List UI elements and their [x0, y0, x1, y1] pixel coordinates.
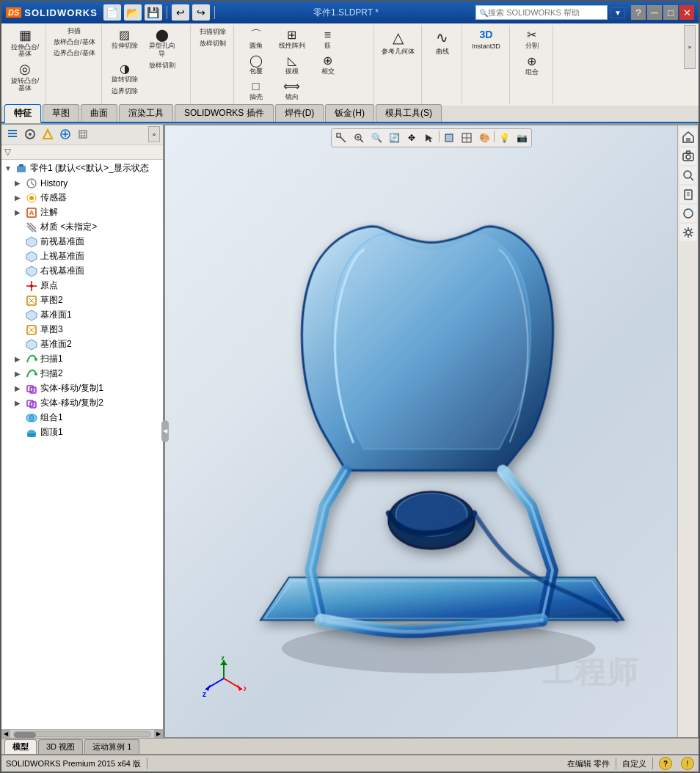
fillet-btn[interactable]: ⌒ 圆角 — [238, 26, 274, 51]
svg-text:x: x — [244, 684, 246, 692]
search-icon: 🔍 — [479, 9, 488, 17]
tree-item-history[interactable]: ▶ History — [1, 176, 163, 191]
tree-item-combine1[interactable]: 组合1 — [1, 411, 163, 425]
new-btn[interactable]: 📄 — [103, 4, 121, 21]
extrude-cut-btn[interactable]: ▨ 拉伸切除 — [106, 26, 143, 59]
view-zoom-btn[interactable] — [679, 166, 697, 184]
svg-point-17 — [29, 196, 34, 200]
feature-tab-bar: 特征 草图 曲面 渲染工具 SOLIDWORKS 插件 焊件(D) 钣金(H) … — [1, 106, 699, 123]
split-btn[interactable]: ✂ 分割 — [514, 26, 550, 51]
combine-btn[interactable]: ⊕ 组合 — [514, 53, 550, 78]
draft-btn[interactable]: ◺ 拔模 — [274, 52, 310, 77]
close-btn[interactable]: ✕ — [679, 5, 694, 20]
svg-rect-41 — [30, 387, 36, 393]
tree-item-front-plane[interactable]: 前视基准面 — [1, 235, 163, 249]
tree-item-sketch2[interactable]: 草图2 — [1, 293, 163, 308]
instant3d-btn[interactable]: 3D Instant3D — [467, 26, 506, 67]
loft-cut-btn[interactable]: 放样切割 — [144, 60, 181, 85]
minimize-btn[interactable]: ─ — [647, 5, 662, 20]
scroll-left-btn[interactable]: ◀ — [1, 730, 10, 739]
tab-sketch[interactable]: 草图 — [43, 104, 79, 122]
panel-icon4-btn[interactable] — [57, 126, 73, 142]
tree-item-annotation[interactable]: ▶ A 注解 — [1, 205, 163, 220]
expand-top-plane-icon — [15, 252, 25, 260]
panel-icon1-btn[interactable] — [4, 126, 21, 142]
loft-cut2-btn[interactable]: 放样切制 — [195, 38, 230, 49]
tab-model[interactable]: 模型 — [4, 739, 37, 754]
boundary-btn[interactable]: 边界凸台/基体 — [51, 48, 98, 59]
3d-viewport[interactable]: 🔍 🔄 ✥ 🎨 💡 📷 — [164, 125, 699, 738]
scroll-right-btn[interactable]: ▶ — [154, 730, 163, 739]
bottom-tab-bar: 模型 3D 视图 运动算例 1 — [1, 738, 699, 754]
tree-item-right-plane[interactable]: 右视基准面 — [1, 264, 163, 279]
revolve-boss-btn[interactable]: ◎ 旋转凸台/基体 — [7, 60, 43, 93]
svg-rect-0 — [8, 130, 17, 131]
view-home-btn[interactable] — [679, 128, 697, 146]
tab-motion[interactable]: 运动算例 1 — [84, 739, 139, 754]
tab-3d-view[interactable]: 3D 视图 — [38, 739, 83, 754]
tab-weldment[interactable]: 焊件(D) — [275, 104, 324, 122]
tree-item-origin[interactable]: 原点 — [1, 279, 163, 293]
linear-pattern-btn[interactable]: ⊞ 线性阵列 — [274, 26, 310, 51]
sweep-cut-btn[interactable]: 扫描切除 — [195, 26, 230, 37]
mirror-btn[interactable]: ⟺ 镜向 — [274, 78, 310, 103]
panel-scrollbar[interactable]: ◀ ▶ — [1, 729, 163, 738]
tree-item-plane2[interactable]: 基准面2 — [1, 337, 163, 352]
tree-item-plane1[interactable]: 基准面1 — [1, 308, 163, 323]
ref-geometry-btn[interactable]: △ 参考几何体 — [379, 26, 418, 67]
scroll-thumb[interactable] — [14, 732, 36, 738]
tree-item-sketch3[interactable]: 草图3 — [1, 323, 163, 337]
feature-tree[interactable]: ▼ 零件1 (默认<<默认>_显示状态 ▶ History ▶ — [1, 160, 163, 729]
notification-btn[interactable]: ! — [681, 757, 694, 770]
redo-btn[interactable]: ↪ — [192, 4, 210, 21]
expand-history-icon: ▶ — [15, 179, 25, 187]
search-btn[interactable]: ▼ — [610, 7, 625, 18]
intersect-btn[interactable]: ⊕ 相交 — [310, 52, 346, 77]
help-btn[interactable]: ? — [659, 757, 672, 770]
panel-collapse-handle[interactable]: ◀ — [161, 420, 169, 442]
panel-icon5-btn[interactable] — [75, 126, 91, 142]
tree-item-move2[interactable]: ▶ 实体-移动/复制2 — [1, 396, 163, 411]
tree-item-move1[interactable]: ▶ 实体-移动/复制1 — [1, 381, 163, 396]
tab-render[interactable]: 渲染工具 — [119, 104, 173, 122]
tab-feature[interactable]: 特征 — [4, 104, 41, 123]
shell-btn[interactable]: □ 抽壳 — [238, 78, 274, 103]
view-clipboard-btn[interactable] — [679, 186, 697, 203]
status-custom[interactable]: 自定义 — [622, 758, 646, 769]
view-camera-btn[interactable] — [679, 147, 697, 165]
revolve-cut-btn[interactable]: ◑ 旋转切除 — [106, 60, 143, 85]
boundary-cut-btn[interactable]: 边界切除 — [106, 86, 143, 97]
view-settings-btn[interactable] — [679, 224, 697, 241]
fillet-stack: ⌒ 圆角 ⊞ 线性阵列 ≡ 筋 ◯ 包覆 — [238, 26, 371, 103]
save-btn[interactable]: 💾 — [145, 4, 162, 21]
tree-item-root[interactable]: ▼ 零件1 (默认<<默认>_显示状态 — [1, 161, 163, 176]
maximize-btn[interactable]: □ — [663, 5, 678, 20]
panel-icon2-btn[interactable] — [22, 126, 38, 142]
tree-item-sweep1[interactable]: ▶ 扫描1 — [1, 352, 163, 367]
tab-mold[interactable]: 模具工具(S) — [376, 104, 442, 122]
tree-item-dome1[interactable]: 圆顶1 — [1, 425, 163, 440]
question-btn[interactable]: ? — [631, 5, 646, 20]
tab-sheetmetal[interactable]: 钣金(H) — [325, 104, 374, 122]
loft-btn[interactable]: 放样凸台/基体 — [51, 37, 98, 48]
toolbar-expand-btn[interactable]: » — [684, 25, 696, 69]
tree-item-material[interactable]: 材质 <未指定> — [1, 220, 163, 235]
curves-btn[interactable]: ∿ 曲线 — [426, 26, 459, 67]
wrap-btn[interactable]: ◯ 包覆 — [238, 52, 274, 77]
tab-solidworks-plugins[interactable]: SOLIDWORKS 插件 — [175, 104, 274, 122]
tree-item-top-plane[interactable]: 上视基准面 — [1, 249, 163, 264]
right-sidebar — [677, 125, 698, 737]
rib-btn[interactable]: ≡ 筋 — [310, 26, 346, 51]
tree-item-sweep2[interactable]: ▶ 扫描2 — [1, 367, 163, 381]
tab-surface[interactable]: 曲面 — [81, 104, 117, 122]
open-btn[interactable]: 📂 — [124, 4, 142, 21]
hole-wizard-btn[interactable]: ⬤ 异型孔向导 — [144, 26, 181, 59]
extrude-boss-btn[interactable]: ▦ 拉伸凸台/基体 — [7, 26, 43, 59]
view-appearance-btn[interactable] — [679, 205, 697, 222]
search-input[interactable] — [488, 8, 604, 17]
panel-icon3-btn[interactable] — [40, 126, 56, 142]
undo-btn[interactable]: ↩ — [172, 4, 189, 21]
tree-item-sensor[interactable]: ▶ 传感器 — [1, 191, 163, 205]
panel-expand-btn[interactable]: » — [148, 126, 160, 142]
sweep-btn[interactable]: 扫描 — [51, 26, 98, 37]
